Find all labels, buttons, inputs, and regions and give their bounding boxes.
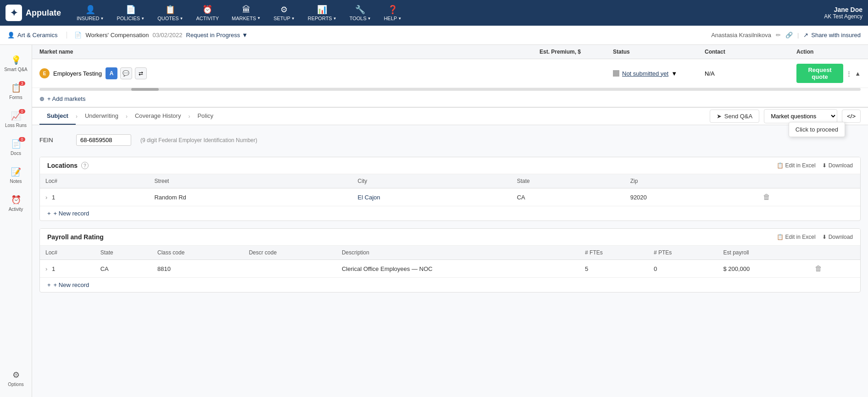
locations-actions: 📋 Edit in Excel ⬇ Download: [777, 162, 853, 169]
add-markets-button[interactable]: ⊕ + Add markets: [32, 91, 868, 107]
tab-underwriting[interactable]: Underwriting: [78, 108, 126, 125]
pay-ptes: 0: [648, 260, 718, 278]
nav-reports[interactable]: 📊 REPORTS ▼: [301, 0, 343, 26]
edit-icon[interactable]: ✏: [776, 32, 781, 39]
locations-new-record[interactable]: + + New record: [40, 206, 860, 221]
payroll-expand-arrow[interactable]: ›: [45, 265, 47, 272]
docs-badge: 0: [19, 137, 25, 142]
nav-markets[interactable]: 🏛 MARKETS ▼: [225, 0, 267, 26]
sidebar-activity-label: Activity: [9, 207, 23, 212]
send-qanda-label: Send Q&A: [724, 113, 752, 120]
nav-help-arrow: ▼: [398, 17, 401, 21]
pay-est-payroll: $ 200,000: [718, 260, 807, 278]
insured-name: Art & Ceramics: [17, 32, 57, 39]
external-link-icon[interactable]: 🔗: [785, 32, 793, 39]
fein-hint: (9 digit Federal Employer Identification…: [140, 137, 257, 143]
pay-col-action: [807, 246, 860, 260]
breadcrumb-policy: 📄 Workers' Compensation 03/02/2022 Reque…: [74, 32, 711, 39]
tab-subject[interactable]: Subject: [39, 108, 76, 125]
nav-setup-label: SETUP: [273, 16, 290, 21]
locations-download[interactable]: ⬇ Download: [822, 162, 853, 169]
nav-activity[interactable]: ⏰ ACTIVITY: [190, 0, 226, 26]
notes-icon: 📝: [11, 167, 21, 177]
tab-policy[interactable]: Policy: [190, 108, 221, 125]
app-logo[interactable]: ✦ Appulate: [6, 5, 61, 21]
loc-street: Random Rd: [149, 188, 352, 206]
nav-policies[interactable]: 📄 POLICIES ▼: [110, 0, 151, 26]
breadcrumb-insured[interactable]: 👤 Art & Ceramics: [7, 32, 67, 39]
loc-col-action: [756, 174, 860, 188]
market-icon-swap[interactable]: ⇄: [135, 67, 147, 79]
payroll-edit-excel[interactable]: 📋 Edit in Excel: [777, 234, 816, 240]
pay-col-ptes: # PTEs: [648, 246, 718, 260]
loc-col-loc: Loc#: [40, 174, 149, 188]
sidebar-notes-label: Notes: [10, 179, 22, 184]
nav-help[interactable]: ❓ HELP ▼: [378, 0, 408, 26]
market-status[interactable]: Not submitted yet: [622, 70, 668, 77]
scrollbar-thumb: [131, 88, 159, 91]
nav-quotes-label: QUOTES: [157, 16, 178, 21]
form-content: FEIN (9 digit Federal Employer Identific…: [32, 125, 868, 397]
share-with-insured-button[interactable]: ↗ Share with insured: [803, 32, 861, 39]
payroll-new-record[interactable]: + + New record: [40, 278, 860, 292]
market-action-icons: A 💬 ⇄: [106, 67, 147, 79]
request-quote-button[interactable]: Request quote: [796, 64, 843, 83]
status-dropdown-chevron[interactable]: ▼: [671, 70, 677, 77]
payroll-download-icon: ⬇: [822, 234, 827, 240]
locations-new-record-label: + New record: [54, 210, 89, 217]
sidebar-item-forms[interactable]: 📋 3 Forms: [0, 77, 32, 105]
expand-arrow-icon[interactable]: ›: [45, 194, 47, 201]
sidebar-item-smart-qa[interactable]: 💡 Smart Q&A: [0, 50, 32, 77]
loc-state: CA: [512, 188, 625, 206]
loc-zip: 92020: [625, 188, 756, 206]
nav-insured-arrow: ▼: [100, 17, 104, 21]
loss-runs-badge: 0: [19, 109, 25, 114]
smart-qa-icon: 💡: [11, 55, 21, 65]
policy-status[interactable]: Request in Progress ▼: [186, 32, 248, 39]
nav-tools[interactable]: 🔧 TOOLS ▼: [343, 0, 378, 26]
locations-help-icon[interactable]: ?: [81, 162, 89, 169]
nav-insured-label: INSURED: [77, 16, 100, 21]
market-icon-a[interactable]: A: [106, 67, 117, 79]
sidebar-item-loss-runs[interactable]: 📈 0 Loss Runs: [0, 105, 32, 133]
nav-quotes[interactable]: 📋 QUOTES ▼: [151, 0, 189, 26]
add-markets-plus-icon: ⊕: [39, 95, 45, 102]
insured-person-icon: 👤: [7, 32, 15, 39]
options-icon: ⚙: [12, 370, 20, 380]
nav-setup[interactable]: ⚙ SETUP ▼: [267, 0, 301, 26]
send-qanda-button[interactable]: ➤ Send Q&A: [710, 110, 759, 123]
payroll-download[interactable]: ⬇ Download: [822, 234, 853, 240]
tab-subject-label: Subject: [47, 112, 68, 119]
sidebar-forms-label: Forms: [9, 95, 22, 100]
markets-collapse-arrow[interactable]: ▲: [855, 70, 861, 77]
sidebar-item-options[interactable]: ⚙ Options: [0, 364, 32, 392]
sidebar-item-activity[interactable]: ⏰ Activity: [0, 189, 32, 217]
tab-coverage-history[interactable]: Coverage History: [128, 108, 188, 125]
market-icon-comment[interactable]: 💬: [120, 67, 132, 79]
top-navigation: ✦ Appulate 👤 INSURED ▼ 📄 POLICIES ▼ 📋 QU…: [0, 0, 868, 26]
status-square-icon: [613, 70, 619, 77]
pay-delete-button[interactable]: 🗑: [813, 265, 824, 273]
markets-scrollbar: [39, 88, 861, 91]
loc-num: › 1: [40, 188, 149, 206]
user-name: Jane Doe: [824, 6, 862, 13]
market-questions-dropdown[interactable]: Market questions: [764, 109, 837, 123]
locations-header: Locations ? 📋 Edit in Excel ⬇ Download: [40, 157, 860, 174]
sidebar-item-docs[interactable]: 📄 0 Docs: [0, 133, 32, 161]
market-more-options[interactable]: ⋮: [846, 70, 852, 77]
market-name: Employers Testing: [53, 70, 102, 77]
markets-section: Market name Est. Premium, $ Status Conta…: [32, 45, 868, 108]
loc-delete-button[interactable]: 🗑: [761, 193, 772, 201]
sidebar-item-notes[interactable]: 📝 Notes: [0, 161, 32, 189]
nav-insured[interactable]: 👤 INSURED ▼: [70, 0, 110, 26]
activity-nav-icon: ⏰: [202, 5, 212, 15]
policy-date: 03/02/2022: [152, 32, 182, 39]
code-view-button[interactable]: </>: [842, 110, 861, 123]
help-icon: ❓: [388, 5, 398, 15]
loc-col-zip: Zip: [625, 174, 756, 188]
payroll-edit-excel-icon: 📋: [777, 234, 784, 240]
tooltip-click-to-proceed: Click to proceed: [789, 122, 845, 137]
logo-icon: ✦: [10, 7, 18, 18]
fein-input[interactable]: [76, 134, 131, 146]
locations-edit-excel[interactable]: 📋 Edit in Excel: [777, 162, 816, 169]
